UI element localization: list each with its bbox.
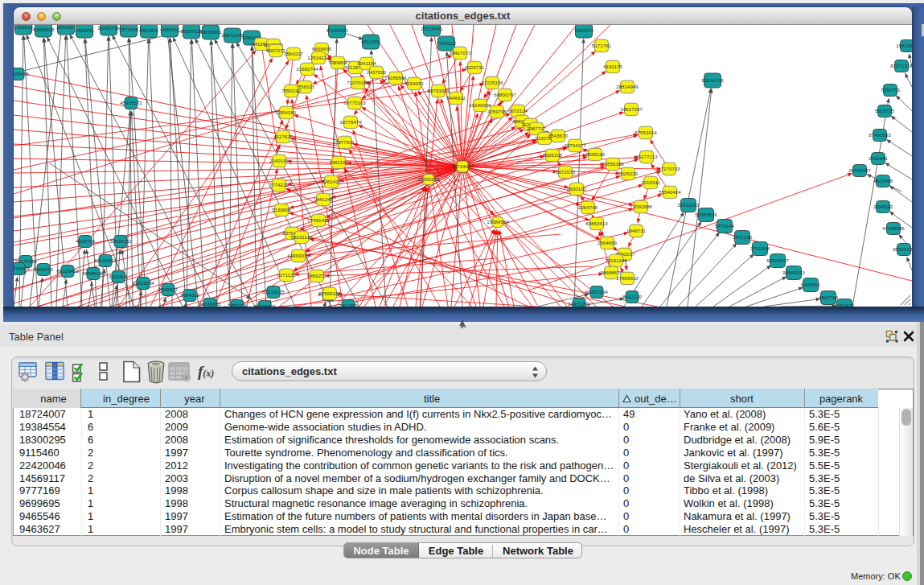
svg-text:55540424: 55540424 bbox=[659, 189, 681, 195]
svg-text:81971316: 81971316 bbox=[890, 63, 912, 68]
svg-text:8935169: 8935169 bbox=[585, 151, 606, 157]
svg-text:3154051: 3154051 bbox=[405, 80, 425, 86]
svg-text:12614124: 12614124 bbox=[307, 55, 330, 60]
svg-text:25300293: 25300293 bbox=[417, 176, 440, 182]
svg-text:4117625: 4117625 bbox=[273, 134, 293, 139]
svg-text:2694522: 2694522 bbox=[873, 204, 893, 209]
svg-text:20709497: 20709497 bbox=[848, 167, 871, 173]
svg-text:28814949: 28814949 bbox=[616, 84, 639, 89]
svg-text:3564217: 3564217 bbox=[284, 51, 304, 56]
svg-text:19384554: 19384554 bbox=[487, 219, 509, 225]
svg-text:89089901: 89089901 bbox=[199, 29, 222, 35]
svg-text:30776478: 30776478 bbox=[339, 119, 362, 125]
svg-text:4335942: 4335942 bbox=[160, 27, 180, 32]
svg-text:5408072: 5408072 bbox=[34, 266, 54, 272]
svg-text:1841248: 1841248 bbox=[314, 196, 334, 202]
svg-text:47308985: 47308985 bbox=[882, 225, 905, 231]
svg-text:4191175: 4191175 bbox=[603, 64, 622, 69]
svg-text:31682744: 31682744 bbox=[296, 66, 318, 72]
svg-text:1954280: 1954280 bbox=[277, 109, 297, 115]
svg-text:90048665: 90048665 bbox=[199, 301, 221, 307]
svg-text:27566185: 27566185 bbox=[318, 290, 341, 296]
svg-text:47295260: 47295260 bbox=[326, 27, 348, 33]
svg-text:3871230: 3871230 bbox=[733, 234, 753, 240]
svg-text:7374122: 7374122 bbox=[437, 40, 457, 46]
svg-text:38754377: 38754377 bbox=[564, 142, 586, 148]
svg-text:89978790: 89978790 bbox=[253, 303, 276, 307]
svg-text:2264748: 2264748 bbox=[578, 204, 598, 210]
svg-text:7774229: 7774229 bbox=[269, 182, 290, 187]
svg-text:23718431: 23718431 bbox=[421, 26, 443, 31]
svg-text:7550190: 7550190 bbox=[281, 88, 302, 93]
svg-text:19289546: 19289546 bbox=[384, 75, 407, 80]
svg-text:2921859: 2921859 bbox=[339, 303, 359, 307]
svg-text:14265799: 14265799 bbox=[97, 25, 120, 31]
svg-text:1987737: 1987737 bbox=[527, 126, 547, 131]
svg-text:72092888: 72092888 bbox=[630, 204, 652, 209]
svg-text:38538251: 38538251 bbox=[109, 238, 132, 244]
svg-text:6292423: 6292423 bbox=[835, 303, 855, 307]
svg-text:1419610: 1419610 bbox=[14, 25, 34, 30]
svg-text:77491435: 77491435 bbox=[307, 217, 330, 223]
svg-text:31831063: 31831063 bbox=[677, 202, 700, 208]
svg-text:81016525: 81016525 bbox=[262, 289, 285, 295]
svg-text:17869910: 17869910 bbox=[616, 275, 639, 281]
svg-text:7455324: 7455324 bbox=[228, 303, 248, 307]
svg-text:7350753: 7350753 bbox=[881, 87, 901, 93]
svg-text:4823498: 4823498 bbox=[873, 178, 893, 183]
svg-text:5171761: 5171761 bbox=[592, 43, 612, 48]
svg-text:96028436: 96028436 bbox=[14, 71, 29, 76]
svg-text:28740864: 28740864 bbox=[14, 266, 30, 271]
svg-text:35556386: 35556386 bbox=[602, 161, 624, 167]
svg-text:63100814: 63100814 bbox=[94, 257, 117, 263]
svg-text:4539704: 4539704 bbox=[76, 238, 96, 244]
svg-text:3341057: 3341057 bbox=[56, 25, 76, 30]
svg-text:42868828: 42868828 bbox=[32, 27, 55, 32]
svg-text:5977931: 5977931 bbox=[335, 139, 355, 145]
svg-text:3741438: 3741438 bbox=[750, 245, 770, 251]
svg-text:5479144: 5479144 bbox=[715, 223, 735, 229]
svg-text:45935572: 45935572 bbox=[120, 100, 142, 105]
svg-text:18724007: 18724007 bbox=[451, 163, 474, 169]
svg-text:91030736: 91030736 bbox=[701, 77, 724, 83]
svg-text:5446912: 5446912 bbox=[446, 95, 466, 101]
svg-text:17270733: 17270733 bbox=[658, 166, 680, 171]
svg-text:2016911: 2016911 bbox=[641, 179, 660, 185]
svg-text:6672134: 6672134 bbox=[508, 108, 528, 113]
svg-text:57683626: 57683626 bbox=[695, 212, 717, 217]
svg-text:6440561: 6440561 bbox=[801, 282, 821, 287]
svg-text:4612365: 4612365 bbox=[361, 39, 381, 44]
svg-text:6543670: 6543670 bbox=[548, 133, 569, 138]
svg-text:6229731: 6229731 bbox=[465, 64, 485, 70]
svg-text:68800797: 68800797 bbox=[494, 92, 516, 97]
svg-text:60929647: 60929647 bbox=[766, 257, 789, 263]
svg-text:2166941: 2166941 bbox=[869, 155, 889, 161]
svg-text:5041154: 5041154 bbox=[357, 60, 376, 66]
svg-text:98231132: 98231132 bbox=[290, 234, 313, 240]
svg-text:6261415: 6261415 bbox=[322, 179, 342, 184]
svg-text:1981186: 1981186 bbox=[329, 159, 348, 165]
svg-text:71070189: 71070189 bbox=[347, 80, 369, 85]
svg-text:5918715: 5918715 bbox=[875, 108, 895, 113]
svg-text:10872248: 10872248 bbox=[221, 32, 244, 38]
svg-text:4903402: 4903402 bbox=[139, 27, 159, 33]
svg-text:95899313: 95899313 bbox=[782, 270, 805, 275]
svg-text:97225156: 97225156 bbox=[481, 80, 503, 85]
svg-text:8612220: 8612220 bbox=[622, 294, 643, 299]
svg-text:1848731: 1848731 bbox=[626, 228, 647, 233]
svg-text:44999379: 44999379 bbox=[287, 253, 310, 258]
svg-text:22201654: 22201654 bbox=[132, 280, 154, 286]
svg-text:34627347: 34627347 bbox=[620, 106, 643, 112]
svg-text:26240908: 26240908 bbox=[469, 102, 491, 108]
svg-text:3684052: 3684052 bbox=[180, 292, 200, 298]
svg-text:2564689: 2564689 bbox=[598, 240, 618, 245]
svg-text:6271130: 6271130 bbox=[277, 272, 296, 278]
svg-text:9626108: 9626108 bbox=[543, 152, 563, 158]
svg-text:5456272: 5456272 bbox=[307, 273, 327, 278]
svg-text:88320463: 88320463 bbox=[56, 268, 79, 274]
svg-text:2437026: 2437026 bbox=[367, 69, 387, 75]
svg-text:5130808: 5130808 bbox=[272, 207, 292, 212]
svg-text:83793389: 83793389 bbox=[427, 88, 450, 93]
svg-text:15831819: 15831819 bbox=[896, 43, 912, 48]
svg-text:4769795: 4769795 bbox=[487, 109, 507, 114]
